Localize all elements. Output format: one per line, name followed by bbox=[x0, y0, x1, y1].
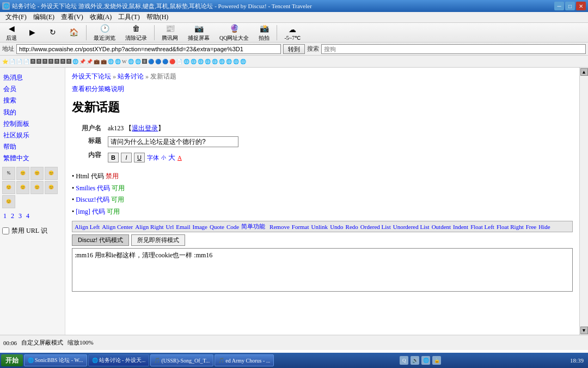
taskbar-item-0[interactable]: 🌐 SonicBBS 论坛 - W... bbox=[24, 354, 87, 366]
sidebar-emoji-page-3[interactable]: 3 bbox=[17, 210, 23, 222]
menu-tools[interactable]: 工具(T) bbox=[115, 11, 143, 23]
search-input[interactable] bbox=[321, 44, 586, 54]
align-center-link[interactable]: Align Center bbox=[102, 224, 133, 230]
sidebar-emoji-page-1[interactable]: 1 bbox=[2, 210, 8, 222]
taskbar: 开始 🌐 SonicBBS 论坛 - W... 🌐 站务讨论 - 外设天... … bbox=[0, 353, 588, 368]
free-link[interactable]: Free bbox=[526, 224, 537, 230]
sidebar-item-help[interactable]: 帮助 bbox=[2, 141, 63, 153]
tencent-button[interactable]: 📰 腾讯网 bbox=[158, 22, 182, 44]
code-link[interactable]: Code bbox=[226, 224, 239, 230]
underline-button[interactable]: U bbox=[134, 153, 145, 162]
font-link[interactable]: 字体 bbox=[147, 154, 159, 162]
refresh-button[interactable]: ↻ bbox=[44, 26, 62, 40]
back-button[interactable]: ◀ 后退 bbox=[2, 22, 21, 44]
wysiwyg-mode-button[interactable]: 所见即所得模式 bbox=[131, 234, 185, 246]
start-button[interactable]: 开始 bbox=[1, 354, 23, 366]
qq-button[interactable]: 🔮 QQ网址大全 bbox=[216, 22, 253, 44]
unordered-link[interactable]: Unordered List bbox=[393, 224, 430, 230]
image-link[interactable]: Image bbox=[193, 224, 207, 230]
hide-link[interactable]: Hide bbox=[538, 224, 550, 230]
editor-textarea[interactable]: :mm16 用tt和ie都这样，清理cookie也一样 :mm16 bbox=[72, 248, 573, 292]
tray-icon-2: 🔊 bbox=[411, 356, 419, 365]
discuz-mode-button[interactable]: Discuz! 代码模式 bbox=[72, 234, 129, 246]
search-label: 搜索 bbox=[307, 45, 319, 53]
size-large-link[interactable]: 大 bbox=[168, 153, 175, 162]
breadcrumb-home[interactable]: 外设天下论坛 bbox=[72, 73, 111, 80]
align-right-link[interactable]: Align Right bbox=[135, 224, 163, 230]
email-link[interactable]: Email bbox=[176, 224, 190, 230]
sidebar-img-3: 😊 bbox=[30, 167, 44, 180]
taskbar-clock: 18:39 bbox=[567, 357, 587, 364]
outdent-link[interactable]: Outdent bbox=[432, 224, 451, 230]
home-button[interactable]: 🏠 bbox=[64, 26, 83, 40]
screenshot-button[interactable]: 📷 捕捉屏幕 bbox=[184, 22, 213, 44]
taskbar-item-3[interactable]: 🎵 ed Army Chorus - ... bbox=[215, 354, 274, 366]
scroll-down-button[interactable]: ▼ bbox=[580, 327, 588, 334]
ordered-link[interactable]: Ordered List bbox=[360, 224, 391, 230]
sidebar-emoji-page-2[interactable]: 2 bbox=[10, 210, 15, 222]
minimize-button[interactable]: ─ bbox=[554, 2, 564, 10]
sidebar-img-9: 😊 bbox=[2, 195, 15, 208]
sidebar-item-members[interactable]: 会员 bbox=[2, 83, 63, 95]
italic-button[interactable]: I bbox=[121, 153, 132, 162]
sidebar-item-panel[interactable]: 控制面板 bbox=[2, 118, 63, 130]
scrollbar[interactable]: ▲ ▼ bbox=[579, 68, 588, 335]
menu-help[interactable]: 帮助(H) bbox=[143, 11, 172, 23]
toolbar: ◀ 后退 ▶ ↻ 🏠 🕐 最近浏览 🗑 清除记录 📰 腾讯网 📷 捕捉屏幕 🔮 … bbox=[0, 23, 588, 43]
sidebar-item-hot[interactable]: 热消息 bbox=[2, 72, 63, 83]
color-link[interactable]: A bbox=[177, 154, 182, 161]
undo-link[interactable]: Undo bbox=[330, 224, 343, 230]
photo-button[interactable]: 📸 拍拍 bbox=[255, 22, 273, 44]
forward-button[interactable]: ▶ bbox=[23, 26, 41, 40]
unlink-link[interactable]: Unlink bbox=[311, 224, 328, 230]
weather-icon: ☁ bbox=[287, 24, 298, 35]
format-link[interactable]: Format bbox=[292, 224, 309, 230]
forward-icon: ▶ bbox=[27, 27, 38, 38]
size-small-link[interactable]: 小 bbox=[161, 154, 166, 161]
bold-button[interactable]: B bbox=[108, 153, 119, 162]
page-title: 发新话题 bbox=[72, 99, 573, 116]
disable-url-checkbox[interactable] bbox=[2, 227, 9, 234]
subject-input[interactable] bbox=[108, 136, 238, 147]
menu-file[interactable]: 文件(F) bbox=[2, 11, 30, 23]
disable-url-label[interactable]: 禁用 URL 识 bbox=[2, 226, 63, 236]
sidebar-item-mine[interactable]: 我的 bbox=[2, 107, 63, 118]
sidebar-item-search[interactable]: 搜索 bbox=[2, 95, 63, 106]
float-right-link[interactable]: Float Right bbox=[497, 224, 524, 230]
menu-favorites[interactable]: 收藏(A) bbox=[87, 11, 115, 23]
system-tray: Q 🔊 🌐 🔒 bbox=[397, 356, 443, 365]
sidebar-emoji-page-4[interactable]: 4 bbox=[25, 210, 30, 222]
menu-edit[interactable]: 编辑(E) bbox=[30, 11, 58, 23]
sidebar-img-1: % bbox=[2, 167, 15, 180]
maximize-button[interactable]: □ bbox=[565, 2, 575, 10]
logout-link[interactable]: 退出登录 bbox=[132, 124, 158, 132]
remove-link[interactable]: Remove bbox=[270, 224, 290, 230]
taskbar-item-1[interactable]: 🌐 站务讨论 - 外设天... bbox=[88, 354, 150, 366]
close-button[interactable]: ✕ bbox=[576, 2, 586, 10]
menu-view[interactable]: 查看(V) bbox=[58, 11, 87, 23]
clear-button[interactable]: 🗑 清除记录 bbox=[121, 22, 151, 44]
go-button[interactable]: 转到 bbox=[283, 44, 305, 54]
sidebar-item-trad-chinese[interactable]: 繁體中文 bbox=[2, 153, 63, 164]
url-link[interactable]: Url bbox=[166, 224, 174, 230]
quote-link[interactable]: Quote bbox=[210, 224, 224, 230]
weather-button[interactable]: ☁ -5~7℃ bbox=[280, 22, 304, 43]
float-left-link[interactable]: Float Left bbox=[470, 224, 494, 230]
discuz-link[interactable]: Discuz!代码 bbox=[76, 196, 109, 203]
recent-browse-button[interactable]: 🕐 最近浏览 bbox=[90, 22, 119, 44]
redo-link[interactable]: Redo bbox=[346, 224, 358, 230]
smilies-link[interactable]: Smilies 代码 bbox=[76, 184, 110, 192]
taskbar-item-2[interactable]: 🎵 (USSR)-Song_Of_T... bbox=[150, 354, 213, 366]
img-link[interactable]: [img] 代码 bbox=[76, 208, 105, 215]
breadcrumb-section[interactable]: 站务讨论 bbox=[118, 73, 144, 80]
indent-link[interactable]: Indent bbox=[453, 224, 468, 230]
clear-icon: 🗑 bbox=[131, 23, 142, 34]
address-input[interactable] bbox=[16, 44, 281, 54]
main-content: 外设天下论坛 » 站务讨论 » 发新话题 查看积分策略说明 发新话题 用户名 a… bbox=[65, 68, 579, 298]
simple-link[interactable]: 简单功能 bbox=[241, 222, 265, 231]
screenshot-icon: 📷 bbox=[193, 23, 204, 34]
scroll-up-button[interactable]: ▲ bbox=[580, 68, 588, 76]
sidebar-item-community[interactable]: 社区娱乐 bbox=[2, 130, 63, 141]
policy-link[interactable]: 查看积分策略说明 bbox=[72, 85, 573, 94]
align-left-link[interactable]: Align Left bbox=[75, 224, 100, 230]
